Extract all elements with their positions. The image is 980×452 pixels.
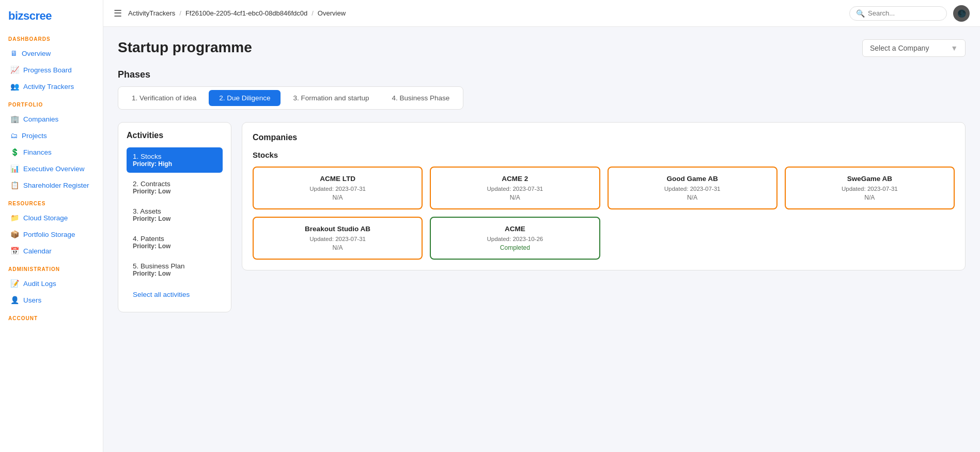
- sidebar-item-activity-trackers[interactable]: 👥 Activity Trackers: [2, 78, 101, 95]
- select-all-activities-button[interactable]: Select all activities: [127, 285, 223, 304]
- grid-icon: 🗂: [10, 131, 18, 140]
- hamburger-icon[interactable]: ☰: [114, 8, 122, 19]
- sidebar-item-shareholder-register[interactable]: 📋 Shareholder Register: [2, 177, 101, 193]
- activity-item-business-plan[interactable]: 5. Business Plan Priority: Low: [127, 257, 223, 282]
- dollar-icon: 💲: [10, 148, 19, 156]
- chart-icon: 📈: [10, 66, 19, 74]
- building-icon: 🏢: [10, 115, 19, 123]
- company-card-acme2[interactable]: ACME 2 Updated: 2023-07-31 N/A: [430, 167, 600, 209]
- company-updated: Updated: 2023-10-26: [438, 236, 592, 242]
- chevron-down-icon: ▼: [951, 44, 958, 52]
- section-label-portfolio: PORTFOLIO: [0, 95, 103, 111]
- activity-name: 1. Stocks: [133, 153, 216, 160]
- users-icon: 👥: [10, 82, 19, 91]
- sidebar-item-label: Audit Logs: [23, 280, 56, 288]
- activity-priority: Priority: Low: [133, 270, 216, 277]
- user-icon: 👤: [10, 296, 19, 304]
- sidebar-item-progress-board[interactable]: 📈 Progress Board: [2, 62, 101, 78]
- company-name: ACME: [438, 225, 592, 233]
- company-name: Good Game AB: [616, 175, 769, 183]
- company-card-good-game-ab[interactable]: Good Game AB Updated: 2023-07-31 N/A: [608, 167, 777, 209]
- stocks-label: Stocks: [253, 150, 955, 159]
- activity-item-stocks[interactable]: 1. Stocks Priority: High: [127, 147, 223, 173]
- activity-name: 4. Patents: [133, 235, 216, 243]
- breadcrumb-sep2: /: [312, 9, 314, 17]
- activities-title: Activities: [127, 131, 223, 140]
- breadcrumb-part2[interactable]: Ff26100e-2205-4cf1-ebc0-08db846fdc0d: [185, 9, 307, 17]
- company-name: SweGame AB: [793, 175, 946, 183]
- bar-chart-icon: 📊: [10, 164, 19, 173]
- activity-item-assets[interactable]: 3. Assets Priority: Low: [127, 202, 223, 228]
- sidebar-item-portfolio-storage[interactable]: 📦 Portfolio Storage: [2, 226, 101, 243]
- sidebar: bizscree DASHBOARDS 🖥 Overview 📈 Progres…: [0, 0, 103, 452]
- calendar-icon: 📅: [10, 247, 19, 255]
- company-status: N/A: [261, 194, 414, 201]
- company-name: Breakout Studio AB: [261, 225, 414, 233]
- companies-panel: Companies Stocks ACME LTD Updated: 2023-…: [242, 122, 966, 270]
- sidebar-item-label: Users: [23, 296, 41, 304]
- sidebar-item-finances[interactable]: 💲 Finances: [2, 144, 101, 160]
- list-icon: 📝: [10, 279, 19, 288]
- company-card-breakout-studio-ab[interactable]: Breakout Studio AB Updated: 2023-07-31 N…: [253, 217, 423, 260]
- company-status: N/A: [438, 194, 592, 201]
- activity-priority: Priority: Low: [133, 188, 216, 195]
- search-input[interactable]: [868, 9, 940, 17]
- sidebar-item-label: Cloud Storage: [23, 214, 68, 222]
- company-status: N/A: [793, 194, 946, 201]
- activity-name: 5. Business Plan: [133, 262, 216, 270]
- activities-companies-layout: Activities 1. Stocks Priority: High 2. C…: [118, 122, 966, 312]
- sidebar-item-label: Finances: [23, 148, 52, 156]
- sidebar-item-audit-logs[interactable]: 📝 Audit Logs: [2, 275, 101, 292]
- sidebar-item-calendar[interactable]: 📅 Calendar: [2, 243, 101, 259]
- phase-tab-4[interactable]: 4. Business Phase: [381, 90, 460, 106]
- activity-priority: Priority: High: [133, 160, 216, 168]
- activity-item-patents[interactable]: 4. Patents Priority: Low: [127, 230, 223, 255]
- company-updated: Updated: 2023-07-31: [438, 186, 592, 192]
- sidebar-item-label: Overview: [22, 50, 51, 57]
- sidebar-item-executive-overview[interactable]: 📊 Executive Overview: [2, 160, 101, 177]
- folder-icon: 📁: [10, 214, 19, 222]
- section-label-administration: ADMINISTRATION: [0, 259, 103, 275]
- sidebar-item-label: Companies: [23, 115, 58, 123]
- monitor-icon: 🖥: [10, 49, 18, 57]
- activity-name: 3. Assets: [133, 207, 216, 215]
- breadcrumb-part1[interactable]: ActivityTrackers: [128, 9, 175, 17]
- sidebar-item-users[interactable]: 👤 Users: [2, 292, 101, 308]
- sidebar-item-overview[interactable]: 🖥 Overview: [2, 45, 101, 62]
- sidebar-item-label: Activity Trackers: [23, 83, 74, 91]
- section-label-resources: RESOURCES: [0, 193, 103, 209]
- select-company-dropdown[interactable]: Select a Company ▼: [862, 39, 966, 57]
- company-card-acme-completed[interactable]: ACME Updated: 2023-10-26 Completed: [430, 217, 600, 260]
- companies-title: Companies: [253, 133, 955, 142]
- company-name: ACME LTD: [261, 175, 414, 183]
- phase-tab-3[interactable]: 3. Formation and startup: [283, 90, 379, 106]
- company-updated: Updated: 2023-07-31: [261, 236, 414, 242]
- phases-label: Phases: [118, 69, 966, 80]
- companies-grid: ACME LTD Updated: 2023-07-31 N/A ACME 2 …: [253, 167, 955, 260]
- package-icon: 📦: [10, 230, 19, 238]
- company-updated: Updated: 2023-07-31: [616, 186, 769, 192]
- breadcrumb: ActivityTrackers / Ff26100e-2205-4cf1-eb…: [128, 9, 843, 17]
- company-updated: Updated: 2023-07-31: [793, 186, 946, 192]
- breadcrumb-part3[interactable]: Overview: [318, 9, 346, 17]
- section-label-account: ACCOUNT: [0, 308, 103, 324]
- company-card-acme-ltd[interactable]: ACME LTD Updated: 2023-07-31 N/A: [253, 167, 423, 209]
- app-logo: bizscree: [0, 0, 103, 29]
- phase-tab-1[interactable]: 1. Verification of idea: [121, 90, 207, 106]
- sidebar-item-cloud-storage[interactable]: 📁 Cloud Storage: [2, 209, 101, 226]
- page-header: Startup programme Select a Company ▼: [118, 39, 966, 57]
- phases-tabs: 1. Verification of idea 2. Due Diligence…: [118, 86, 463, 110]
- sidebar-item-companies[interactable]: 🏢 Companies: [2, 111, 101, 127]
- content-area: Startup programme Select a Company ▼ Pha…: [103, 27, 980, 452]
- sidebar-item-label: Calendar: [23, 247, 52, 255]
- clipboard-icon: 📋: [10, 181, 19, 189]
- company-status: N/A: [616, 194, 769, 201]
- sidebar-item-projects[interactable]: 🗂 Projects: [2, 127, 101, 144]
- search-box: 🔍: [849, 6, 947, 21]
- avatar[interactable]: 🌑: [953, 5, 970, 22]
- activity-priority: Priority: Low: [133, 215, 216, 222]
- activities-panel: Activities 1. Stocks Priority: High 2. C…: [118, 122, 231, 312]
- company-card-swegame-ab[interactable]: SweGame AB Updated: 2023-07-31 N/A: [785, 167, 955, 209]
- phase-tab-2[interactable]: 2. Due Diligence: [209, 90, 281, 106]
- activity-item-contracts[interactable]: 2. Contracts Priority: Low: [127, 175, 223, 200]
